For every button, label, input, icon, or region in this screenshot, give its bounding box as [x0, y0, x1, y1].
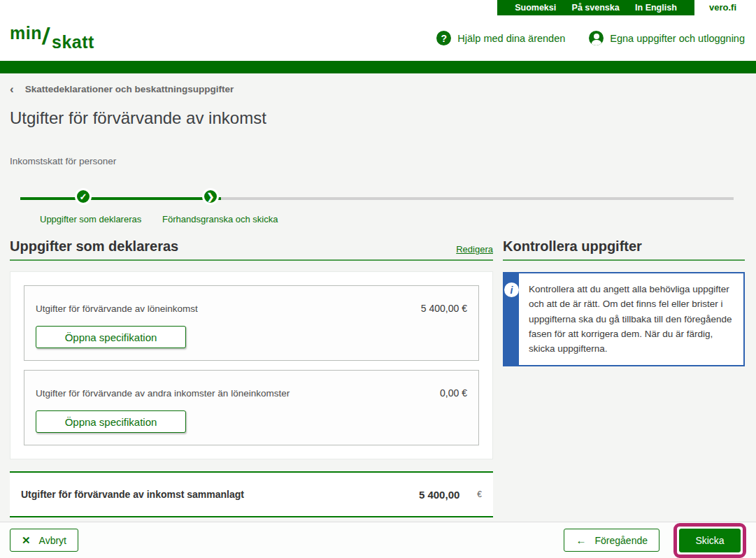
expense-card-other-income: Utgifter för förvärvande av andra inkoms… [24, 370, 479, 445]
declared-section: Uppgifter som deklareras Redigera Utgift… [10, 238, 493, 517]
expense-card-wage-income: Utgifter för förvärvande av löneinkomst … [24, 285, 479, 361]
declared-section-title: Uppgifter som deklareras [10, 238, 178, 255]
header: min / skatt ? Hjälp med dina ärenden Egn… [0, 15, 756, 61]
total-summary-row: Utgifter för förvärvande av inkomst samm… [10, 471, 493, 517]
minskatt-logo[interactable]: min / skatt [10, 22, 115, 55]
cancel-button[interactable]: ✕ Avbryt [10, 529, 78, 552]
back-chevron-icon: ‹ [10, 83, 14, 95]
step-label-declared: Uppgifter som deklareras [40, 214, 141, 224]
chevron-right-icon: ❯ [207, 192, 215, 202]
declared-panel: Utgifter för förvärvande av löneinkomst … [10, 271, 493, 459]
total-label: Utgifter för förvärvande av inkomst samm… [21, 489, 419, 500]
help-icon: ? [436, 31, 451, 45]
person-icon [589, 31, 604, 45]
open-specification-button[interactable]: Öppna specifikation [36, 326, 186, 348]
expense-label: Utgifter för förvärvande av andra inkoms… [36, 388, 290, 399]
help-label: Hjälp med dina ärenden [457, 33, 565, 44]
language-link-english[interactable]: In English [635, 3, 677, 13]
total-currency: € [477, 489, 482, 499]
logo-slash: / [41, 23, 51, 50]
arrow-left-icon: ← [576, 535, 586, 545]
cancel-label: Avbryt [39, 535, 66, 546]
review-section: Kontrollera uppgifter i Kontrollera att … [503, 238, 745, 517]
page-subtitle: Inkomstskatt för personer [10, 156, 745, 166]
expense-label: Utgifter för förvärvande av löneinkomst [36, 303, 198, 314]
check-icon: ✓ [80, 192, 87, 202]
previous-label: Föregående [594, 535, 648, 546]
expense-amount: 5 400,00 € [421, 303, 467, 314]
info-box-text: Kontrollera att du angett alla behövliga… [519, 273, 743, 365]
edit-link[interactable]: Redigera [456, 244, 493, 255]
account-label: Egna uppgifter och utloggning [610, 33, 745, 44]
help-link[interactable]: ? Hjälp med dina ärenden [436, 31, 565, 45]
step-done-circle[interactable]: ✓ [75, 188, 92, 205]
language-link-swedish[interactable]: På svenska [572, 3, 620, 13]
step-label-preview: Förhandsgranska och skicka [162, 214, 278, 224]
breadcrumb-label: Skattedeklarationer och beskattningsuppg… [25, 84, 234, 94]
info-icon: i [504, 282, 519, 297]
language-link-finnish[interactable]: Suomeksi [515, 3, 556, 13]
submit-highlight-ring: Skicka [673, 523, 746, 558]
breadcrumb[interactable]: ‹ Skattedeklarationer och beskattningsup… [10, 83, 234, 95]
expense-amount: 0,00 € [440, 387, 467, 399]
stepper-line-completed [20, 197, 221, 200]
review-section-title: Kontrollera uppgifter [503, 238, 642, 255]
page-title: Utgifter för förvärvande av inkomst [10, 108, 745, 128]
logo-text-min: min [10, 23, 42, 43]
language-strip: Suomeksi På svenska In English [497, 0, 694, 15]
close-icon: ✕ [22, 535, 31, 545]
total-amount: 5 400,00 [419, 489, 459, 501]
info-box: i Kontrollera att du angett alla behövli… [503, 272, 745, 366]
footer-action-bar: ✕ Avbryt ← Föregående Skicka [0, 522, 756, 558]
info-box-stripe: i [504, 273, 519, 365]
open-specification-button[interactable]: Öppna specifikation [36, 410, 186, 433]
green-divider-bar [0, 61, 756, 73]
main-content: ‹ Skattedeklarationer och beskattningsup… [0, 83, 756, 517]
vero-fi-link[interactable]: vero.fi [709, 2, 736, 13]
submit-button[interactable]: Skicka [679, 529, 741, 552]
account-link[interactable]: Egna uppgifter och utloggning [589, 31, 745, 45]
step-current-circle[interactable]: ❯ [202, 188, 219, 205]
previous-button[interactable]: ← Föregående [564, 529, 659, 552]
progress-stepper: ✓ ❯ Uppgifter som deklareras Förhandsgra… [10, 183, 745, 227]
top-bar: Suomeksi På svenska In English vero.fi [0, 0, 756, 15]
logo-text-skatt: skatt [52, 32, 94, 52]
